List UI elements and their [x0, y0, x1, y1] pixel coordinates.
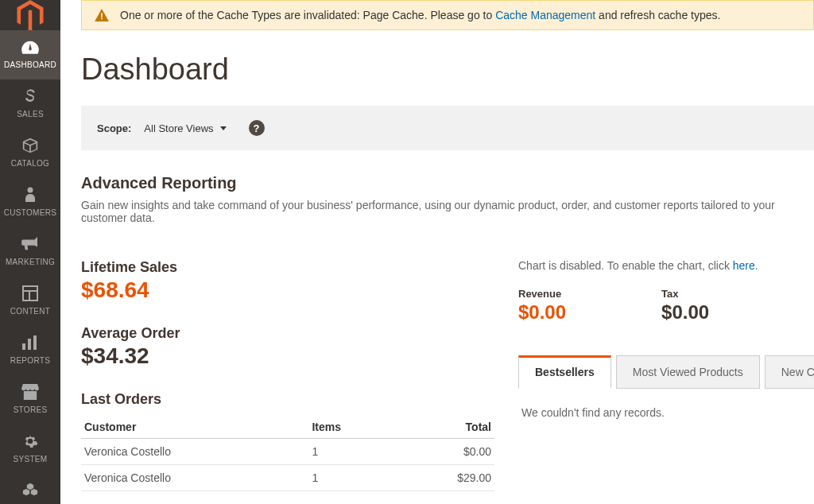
last-orders-title: Last Orders [81, 391, 494, 408]
tax-value: $0.00 [661, 301, 709, 324]
tab-most-viewed[interactable]: Most Viewed Products [616, 355, 760, 389]
lifetime-sales-value: $68.64 [81, 277, 494, 303]
cache-notice: One or more of the Cache Types are inval… [81, 0, 814, 30]
chevron-down-icon [220, 126, 227, 130]
svg-rect-3 [33, 335, 37, 350]
svg-rect-1 [22, 343, 25, 350]
last-orders-table: Customer Items Total Veronica Costello 1… [81, 416, 494, 491]
storefront-icon [21, 383, 39, 401]
average-order-label: Average Order [81, 325, 494, 342]
person-icon [25, 186, 36, 204]
notice-prefix: One or more of the Cache Types are inval… [120, 9, 495, 21]
table-row[interactable]: Veronica Costello 1 $0.00 [81, 439, 494, 465]
cell-customer: Veronica Costello [81, 465, 308, 491]
revenue-value: $0.00 [518, 301, 566, 324]
dollar-icon [25, 87, 36, 105]
help-icon[interactable]: ? [249, 120, 265, 136]
scope-label: Scope: [97, 122, 131, 134]
scope-value: All Store Views [144, 122, 213, 134]
chart-note-prefix: Chart is disabled. To enable the chart, … [518, 259, 733, 272]
average-order-value: $34.32 [81, 343, 494, 369]
nav-label: SALES [17, 110, 44, 119]
nav-customers[interactable]: CUSTOMERS [0, 178, 60, 227]
nav-label: REPORTS [10, 356, 50, 366]
warning-icon [95, 9, 109, 24]
cubes-icon [22, 482, 38, 499]
notice-suffix: and refresh cache types. [595, 9, 720, 21]
col-items: Items [308, 416, 395, 439]
svg-rect-5 [101, 18, 103, 20]
product-tabs: Bestsellers Most Viewed Products New Cus… [518, 355, 814, 389]
scope-select[interactable]: All Store Views [144, 122, 226, 134]
nav-stores[interactable]: STORES [0, 375, 60, 425]
nav-label: SYSTEM [14, 455, 48, 464]
advanced-reporting-title: Advanced Reporting [81, 174, 814, 192]
nav-label: CATALOG [11, 159, 49, 169]
col-customer: Customer [81, 416, 308, 439]
admin-sidebar: DASHBOARD SALES CATALOG CUSTOMERS MARKET… [0, 0, 60, 504]
nav-content[interactable]: CONTENT [0, 277, 60, 326]
magento-logo[interactable] [0, 0, 60, 30]
svg-point-0 [28, 188, 33, 193]
stats-row: Revenue $0.00 Tax $0.00 [518, 288, 814, 324]
nav-partners[interactable]: FIND PARTNERS & EXTENSIONS [0, 474, 60, 504]
tax-label: Tax [661, 288, 709, 300]
nav-reports[interactable]: REPORTS [0, 326, 60, 375]
svg-rect-2 [28, 339, 31, 350]
megaphone-icon [21, 235, 39, 253]
nav-label: CONTENT [10, 307, 50, 316]
nav-label: MARKETING [6, 258, 55, 267]
tab-bestsellers[interactable]: Bestsellers [518, 355, 611, 389]
advanced-reporting-desc: Gain new insights and take command of yo… [81, 199, 814, 224]
stat-tax: Tax $0.00 [661, 288, 709, 324]
tab-content: We couldn't find any records. [518, 403, 814, 422]
bar-chart-icon [22, 334, 38, 351]
nav-dashboard[interactable]: DASHBOARD [0, 30, 60, 79]
nav-marketing[interactable]: MARKETING [0, 227, 60, 277]
cell-total: $0.00 [396, 439, 494, 465]
advanced-reporting-section: Advanced Reporting Gain new insights and… [60, 150, 814, 224]
enable-chart-link[interactable]: here [733, 259, 755, 272]
stat-revenue: Revenue $0.00 [518, 288, 566, 324]
layout-icon [22, 285, 38, 302]
cell-total: $29.00 [396, 465, 494, 491]
cell-items: 1 [308, 465, 395, 491]
nav-label: DASHBOARD [4, 60, 56, 70]
lifetime-sales-label: Lifetime Sales [81, 259, 494, 276]
nav-sales[interactable]: SALES [0, 79, 60, 129]
nav-label: CUSTOMERS [4, 208, 56, 218]
cell-customer: Veronica Costello [81, 439, 308, 465]
cell-items: 1 [308, 439, 395, 465]
scope-bar: Scope: All Store Views ? [81, 106, 814, 150]
svg-rect-4 [101, 13, 103, 17]
revenue-label: Revenue [518, 288, 566, 300]
chart-disabled-note: Chart is disabled. To enable the chart, … [518, 259, 814, 272]
box-icon [22, 137, 38, 154]
cache-management-link[interactable]: Cache Management [495, 9, 595, 21]
gauge-icon [21, 38, 39, 56]
nav-label: STORES [14, 405, 48, 415]
page-title: Dashboard [81, 52, 814, 87]
tab-new-customers[interactable]: New Custome [765, 355, 814, 389]
gear-icon [22, 432, 38, 450]
chart-note-suffix: . [755, 259, 758, 272]
nav-system[interactable]: SYSTEM [0, 425, 60, 474]
main-content: One or more of the Cache Types are inval… [60, 0, 814, 504]
nav-catalog[interactable]: CATALOG [0, 129, 60, 178]
table-row[interactable]: Veronica Costello 1 $29.00 [81, 465, 494, 491]
col-total: Total [396, 416, 494, 439]
